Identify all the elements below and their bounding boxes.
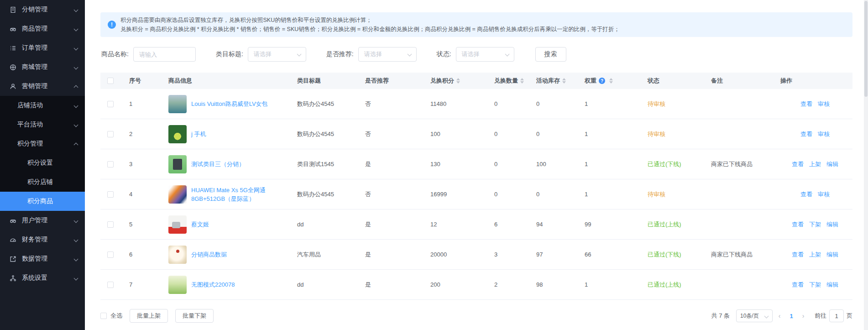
select-all-footer-checkbox[interactable]: [100, 313, 107, 319]
row-points: 100: [430, 131, 494, 137]
sidebar-item-data[interactable]: 数据管理: [0, 249, 85, 268]
product-name-link[interactable]: 分销商品数据: [191, 250, 227, 259]
row-checkbox[interactable]: [107, 191, 114, 198]
mall-icon: [9, 63, 17, 71]
sidebar-item-system[interactable]: 系统设置: [0, 268, 85, 288]
sidebar-item-mall[interactable]: 商城管理: [0, 58, 85, 77]
sidebar-item-orders[interactable]: 订单管理: [0, 38, 85, 58]
goto-page-input[interactable]: [829, 309, 844, 322]
action-view[interactable]: 查看: [792, 220, 804, 229]
action-edit[interactable]: 编辑: [826, 281, 838, 289]
product-image: [168, 185, 187, 204]
sidebar-item-goods[interactable]: 商品管理: [0, 19, 85, 38]
status-badge: 已通过(下线): [648, 160, 681, 168]
row-checkbox[interactable]: [107, 282, 114, 288]
sidebar-item-finance[interactable]: 财务管理: [0, 230, 85, 249]
sidebar-item-distribution[interactable]: 分销管理: [0, 0, 85, 19]
scrollbar[interactable]: [864, 0, 868, 330]
row-checkbox[interactable]: [107, 221, 114, 228]
external-link-icon: [9, 255, 17, 263]
action-view[interactable]: 查看: [800, 130, 812, 138]
sidebar-item-points-shop[interactable]: 积分店铺: [0, 173, 85, 192]
action-view[interactable]: 查看: [792, 281, 804, 289]
product-name-link[interactable]: HUAWEI Mate Xs 5G全网通 8GB+512GB（星际蓝）: [191, 186, 289, 203]
row-stock: 0: [536, 131, 585, 137]
sort-weight-icon[interactable]: [609, 78, 613, 84]
sidebar-item-points-goods[interactable]: 积分商品: [0, 192, 85, 211]
sort-quantity-icon[interactable]: [520, 78, 524, 84]
product-name-link[interactable]: j 手机: [191, 130, 206, 138]
row-recommended: 否: [365, 190, 430, 199]
action-view[interactable]: 查看: [792, 251, 804, 259]
row-points: 200: [430, 281, 494, 288]
sidebar-item-shop-activity[interactable]: 店铺活动: [0, 96, 85, 115]
sidebar-item-marketing[interactable]: 营销管理: [0, 77, 85, 96]
select-all-label: 全选: [110, 312, 122, 320]
product-name-input[interactable]: [133, 47, 196, 62]
category-select[interactable]: 请选择: [248, 47, 306, 62]
table-row: 3 测试类目三（分销） 类目测试1545 是 130 0 100 1 已通过(下…: [100, 149, 852, 179]
action-edit[interactable]: 编辑: [826, 220, 838, 229]
action-edit[interactable]: 编辑: [826, 160, 838, 168]
sidebar-item-platform-activity[interactable]: 平台活动: [0, 115, 85, 134]
action-view[interactable]: 查看: [792, 160, 804, 168]
scrollbar-thumb[interactable]: [864, 1, 868, 97]
weight-help-icon[interactable]: ?: [599, 78, 605, 84]
select-all-checkbox[interactable]: [107, 78, 114, 84]
status-badge: 待审核: [648, 130, 665, 138]
product-image: [168, 95, 187, 113]
sort-points-icon[interactable]: [456, 78, 460, 84]
product-name-link[interactable]: 无图模式220078: [191, 280, 235, 289]
action-view[interactable]: 查看: [800, 190, 812, 199]
row-stock: 94: [536, 221, 585, 228]
page-size-select[interactable]: 10条/页: [736, 309, 773, 322]
product-name-link[interactable]: 蔡文姬: [191, 220, 209, 229]
chevron-down-icon: [74, 276, 78, 280]
prev-page-button[interactable]: ‹: [774, 312, 784, 320]
row-checkbox[interactable]: [107, 161, 114, 168]
product-name-link[interactable]: 测试类目三（分销）: [191, 160, 245, 168]
col-stock: 活动库存: [536, 77, 560, 85]
status-select[interactable]: 请选择: [456, 47, 514, 62]
action-audit[interactable]: 审核: [818, 190, 830, 199]
row-weight: 1: [585, 191, 648, 198]
row-recommended: 是: [365, 251, 430, 259]
info-banner: ! 积分商品需要由商家选品后设置独立库存，兑换积分按照SKU的销售价和平台设置的…: [100, 12, 852, 37]
next-page-button[interactable]: ›: [798, 312, 808, 320]
sidebar-item-users[interactable]: 用户管理: [0, 211, 85, 230]
sidebar-item-points-settings[interactable]: 积分设置: [0, 153, 85, 173]
row-stock: 0: [536, 100, 585, 107]
sidebar-item-points-management[interactable]: 积分管理: [0, 134, 85, 153]
row-points: 16999: [430, 191, 494, 198]
row-quantity: 0: [494, 100, 536, 107]
row-stock: 100: [536, 161, 585, 168]
action-audit[interactable]: 审核: [818, 100, 830, 108]
batch-on-button[interactable]: 批量上架: [130, 309, 168, 323]
row-weight: 1: [585, 100, 648, 107]
product-image: [168, 125, 187, 143]
current-page[interactable]: 1: [786, 313, 796, 320]
action-put-on[interactable]: 上架: [809, 160, 821, 168]
action-put-on[interactable]: 上架: [809, 251, 821, 259]
batch-off-button[interactable]: 批量下架: [175, 309, 214, 323]
row-recommended: 是: [365, 281, 430, 289]
product-name-link[interactable]: Louis Vuitton路易威登LV女包: [191, 100, 268, 108]
row-quantity: 3: [494, 251, 536, 258]
table-row: 4 HUAWEI Mate Xs 5G全网通 8GB+512GB（星际蓝） 数码…: [100, 179, 852, 210]
action-take-off[interactable]: 下架: [809, 281, 821, 289]
search-button[interactable]: 搜索: [535, 47, 566, 62]
col-actions: 操作: [780, 77, 852, 85]
row-checkbox[interactable]: [107, 131, 114, 137]
action-view[interactable]: 查看: [800, 100, 812, 108]
sort-stock-icon[interactable]: [562, 78, 566, 84]
row-checkbox[interactable]: [107, 101, 114, 107]
action-take-off[interactable]: 下架: [809, 220, 821, 229]
row-checkbox[interactable]: [107, 251, 114, 258]
action-edit[interactable]: 编辑: [826, 251, 838, 259]
total-count: 共 7 条: [711, 312, 730, 320]
row-index: 3: [129, 161, 168, 168]
row-weight: 1: [585, 161, 648, 168]
banner-line-1: 积分商品需要由商家选品后设置独立库存，兑换积分按照SKU的销售价和平台设置的兑换…: [120, 16, 620, 25]
action-audit[interactable]: 审核: [818, 130, 830, 138]
recommend-select[interactable]: 请选择: [358, 47, 417, 62]
